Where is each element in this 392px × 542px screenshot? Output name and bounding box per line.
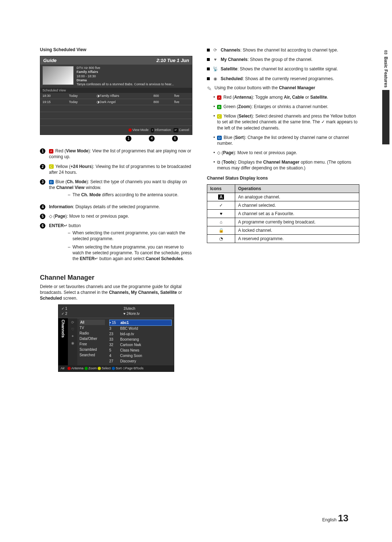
chapter-label: Basic Features <box>383 57 388 87</box>
guide-footer: View Mode iInformation ↵Cancel <box>40 126 192 135</box>
guide-time: 2:10 Tue 1 Jun <box>156 58 189 63</box>
guide-info-line: Tanya confesses all to a stunned Babs. C… <box>77 82 174 86</box>
cm-footer: Air Antenna Zoom Select Sort ◇Page ⧉Tool… <box>58 365 174 371</box>
chapter-number: 03 <box>384 50 388 54</box>
page-footer: English13 <box>322 513 348 524</box>
guide-info-line: 18:00 - 18:30 <box>77 74 174 78</box>
cm-categories: All TV Radio Data/Other Free Scrambled S… <box>77 318 107 365</box>
guide-info-line: Drama <box>77 78 174 82</box>
note-icon: ✎ <box>207 85 212 92</box>
cm-tab-label: Channels <box>61 320 65 338</box>
heart-icon: ♡ <box>71 327 74 331</box>
channel-manager-heading: Channel Manager <box>40 274 192 282</box>
side-tab: 03 Basic Features <box>380 47 392 145</box>
channel-manager-panel: ✓ 1 ✓ 2 1futech ♥ 24ore.tv Channels ⟳ ♡ <box>58 304 174 372</box>
cm-header-cell: ✓ 2 <box>61 311 109 316</box>
guide-info-line: Family Affairs <box>77 70 174 74</box>
view-mode-list: ⟳Channels: Shows the channel list accord… <box>207 47 359 82</box>
cm-channel-list: • 15abc1 3BBC World 23bid-up.tv 33Boomer… <box>107 318 174 365</box>
cm-icon-column: ⟳ ♡ ✦ ◉ <box>68 318 77 365</box>
schedule-icon: ◉ <box>71 341 74 345</box>
numbered-instructions: 1A Red (View Mode): View the list of pro… <box>40 148 192 264</box>
guide-thumb <box>42 66 74 85</box>
cm-header-cell: 1futech <box>123 306 171 311</box>
note: ✎ Using the colour buttons with the Chan… <box>207 85 359 92</box>
guide-table: 18:30Today◑Family Affairs800five 19:15To… <box>40 93 192 126</box>
satellite-icon: ✦ <box>71 334 74 338</box>
status-title: Channel Status Display Icons <box>207 176 359 181</box>
cm-header-cell: ♥ 24ore.tv <box>123 311 171 316</box>
section-heading: Using Scheduled View <box>40 47 192 52</box>
guide-panel: Guide 2:10 Tue 1 Jun DTV Air 800 five Fa… <box>40 56 192 135</box>
guide-title: Guide <box>43 58 57 63</box>
channel-manager-intro: Delete or set favourites channels and us… <box>40 284 192 301</box>
cm-header-cell: ✓ 1 <box>61 306 109 311</box>
callout-pointers: 1 4 6 <box>40 136 192 141</box>
scheduled-view-label: Scheduled View <box>40 88 192 93</box>
status-table: IconsOperations AAn analogue channel. ✓A… <box>207 184 359 243</box>
colour-button-list: A Red (Antenna): Toggle among Air, Cable… <box>213 94 359 171</box>
guide-info-line: DTV Air 800 five <box>77 66 174 70</box>
refresh-icon: ⟳ <box>71 320 74 324</box>
